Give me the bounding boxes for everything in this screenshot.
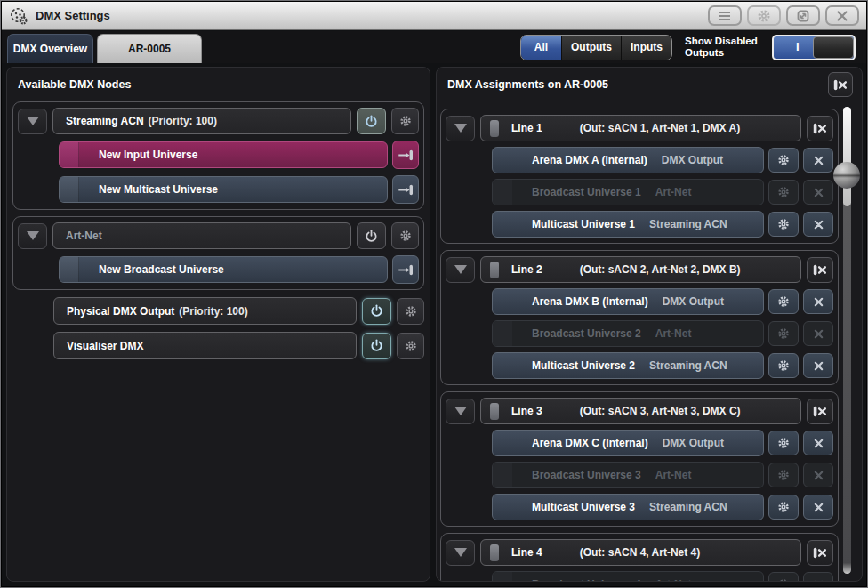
gear-button[interactable] xyxy=(768,353,799,378)
expand-collapse-button[interactable] xyxy=(18,109,47,134)
remove-assignment-button[interactable] xyxy=(803,180,833,205)
remove-assignment-button[interactable] xyxy=(803,321,833,346)
delete-line-assignments-button[interactable] xyxy=(807,399,833,424)
drag-grip[interactable] xyxy=(493,289,512,314)
drag-grip[interactable] xyxy=(493,212,512,237)
expand-collapse-button[interactable] xyxy=(446,257,475,283)
close-button[interactable] xyxy=(825,5,859,26)
power-button[interactable] xyxy=(357,108,386,134)
delete-line-assignments-button[interactable] xyxy=(807,540,833,566)
power-icon xyxy=(370,304,383,318)
assignment-row[interactable]: Arena DMX C (Internal) DMX Output xyxy=(492,430,764,456)
assignment-row[interactable]: Arena DMX A (Internal) DMX Output xyxy=(492,147,764,173)
tab-dmx-overview[interactable]: DMX Overview xyxy=(7,34,93,63)
expand-collapse-button[interactable] xyxy=(446,540,475,566)
remove-assignment-button[interactable] xyxy=(803,212,833,237)
toggle-on-mark: I xyxy=(796,40,800,53)
gear-button[interactable] xyxy=(768,495,799,520)
assignment-row[interactable]: Multicast Universe 2 Streaming ACN xyxy=(492,352,764,379)
assignment-row[interactable]: Broadcast Universe 4 Art-Net xyxy=(492,571,764,582)
toggle-knob[interactable] xyxy=(813,36,854,59)
settings-button[interactable] xyxy=(747,5,781,26)
gear-button[interactable] xyxy=(768,431,799,455)
assignment-row[interactable]: Broadcast Universe 1 Art-Net xyxy=(492,179,764,205)
remove-assignment-button[interactable] xyxy=(803,495,833,520)
drag-grip[interactable] xyxy=(60,142,79,167)
menu-button[interactable] xyxy=(708,5,742,26)
expand-collapse-button[interactable] xyxy=(446,399,475,424)
drag-grip[interactable] xyxy=(493,495,512,520)
delete-line-assignments-button[interactable] xyxy=(807,116,833,141)
remove-assignment-button[interactable] xyxy=(803,431,833,455)
dmx-node-row[interactable]: Art-Net xyxy=(52,222,351,249)
gear-button[interactable] xyxy=(768,212,799,237)
drag-grip[interactable] xyxy=(493,148,512,173)
drag-grip[interactable] xyxy=(493,321,512,346)
dmx-node-row[interactable]: Physical DMX Output (Priority: 100) xyxy=(53,297,357,325)
universe-row[interactable]: New Broadcast Universe xyxy=(59,256,388,283)
drag-grip[interactable] xyxy=(60,257,79,282)
universe-row[interactable]: New Multicast Universe xyxy=(59,176,388,203)
gear-button[interactable] xyxy=(768,180,799,205)
filter-all-button[interactable]: All xyxy=(521,36,562,60)
assignment-row[interactable]: Arena DMX B (Internal) DMX Output xyxy=(492,288,764,315)
delete-line-assignments-button[interactable] xyxy=(807,257,833,283)
remove-assignment-button[interactable] xyxy=(803,463,833,487)
power-button[interactable] xyxy=(357,222,386,249)
remove-assignment-button[interactable] xyxy=(803,148,833,173)
gear-button[interactable] xyxy=(391,108,419,134)
dmx-node-row[interactable]: Streaming ACN (Priority: 100) xyxy=(52,108,351,134)
expand-collapse-button[interactable] xyxy=(446,116,475,141)
gear-icon xyxy=(399,115,412,127)
dmx-node-group: Art-Net New Broadcast Universe xyxy=(12,216,424,290)
power-button[interactable] xyxy=(362,333,391,359)
show-disabled-toggle[interactable]: I xyxy=(772,35,856,60)
assignment-type: Art-Net xyxy=(655,469,692,481)
drag-grip[interactable] xyxy=(490,403,499,420)
expand-collapse-button[interactable] xyxy=(18,223,47,249)
gear-button[interactable] xyxy=(768,572,799,582)
assignment-row[interactable]: Broadcast Universe 3 Art-Net xyxy=(492,462,764,488)
drag-grip[interactable] xyxy=(493,353,512,378)
tab-strip: DMX Overview AR-0005 All Outputs Inputs … xyxy=(2,31,866,63)
tab-ar-0005[interactable]: AR-0005 xyxy=(97,34,202,63)
remove-assignment-button[interactable] xyxy=(803,572,833,582)
gear-button[interactable] xyxy=(768,289,799,314)
drag-grip[interactable] xyxy=(493,431,512,455)
triangle-down-icon xyxy=(454,265,467,274)
drag-grip[interactable] xyxy=(490,262,499,278)
gear-button[interactable] xyxy=(391,222,419,249)
remove-assignment-button[interactable] xyxy=(803,353,833,378)
dmx-line-group: Line 2 (Out: sACN 2, Art-Net 2, DMX B) A… xyxy=(440,250,839,385)
drag-grip[interactable] xyxy=(490,120,499,137)
gear-button[interactable] xyxy=(397,333,424,359)
dmx-line-row[interactable]: Line 3 (Out: sACN 3, Art-Net 3, DMX C) xyxy=(480,398,801,424)
clear-all-assignments-button[interactable] xyxy=(828,72,853,97)
dmx-line-row[interactable]: Line 4 (Out: sACN 4, Art-Net 4) xyxy=(480,539,801,566)
assignment-row[interactable]: Broadcast Universe 2 Art-Net xyxy=(492,320,764,347)
dmx-node-row[interactable]: Visualiser DMX xyxy=(53,332,357,359)
drag-grip[interactable] xyxy=(493,572,512,582)
gear-button[interactable] xyxy=(768,463,799,487)
assign-arrow-button[interactable] xyxy=(392,141,419,169)
gear-button[interactable] xyxy=(768,148,799,173)
drag-grip[interactable] xyxy=(493,463,512,487)
remove-assignment-button[interactable] xyxy=(803,289,833,314)
assign-arrow-button[interactable] xyxy=(392,175,419,204)
drag-grip[interactable] xyxy=(490,544,499,561)
filter-outputs-button[interactable]: Outputs xyxy=(562,36,622,60)
resize-button[interactable] xyxy=(786,5,820,26)
dmx-line-row[interactable]: Line 2 (Out: sACN 2, Art-Net 2, DMX B) xyxy=(480,256,801,283)
filter-inputs-button[interactable]: Inputs xyxy=(622,36,671,60)
assign-arrow-button[interactable] xyxy=(392,255,419,284)
gear-button[interactable] xyxy=(397,298,424,325)
assignments-scrollbar-thumb[interactable] xyxy=(833,162,860,189)
dmx-line-row[interactable]: Line 1 (Out: sACN 1, Art-Net 1, DMX A) xyxy=(480,115,801,141)
drag-grip[interactable] xyxy=(60,177,79,202)
drag-grip[interactable] xyxy=(493,180,512,205)
power-button[interactable] xyxy=(362,298,391,325)
gear-button[interactable] xyxy=(768,321,799,346)
universe-row[interactable]: New Input Universe xyxy=(59,141,388,168)
assignment-row[interactable]: Multicast Universe 3 Streaming ACN xyxy=(492,494,764,520)
assignment-row[interactable]: Multicast Universe 1 Streaming ACN xyxy=(492,211,764,238)
